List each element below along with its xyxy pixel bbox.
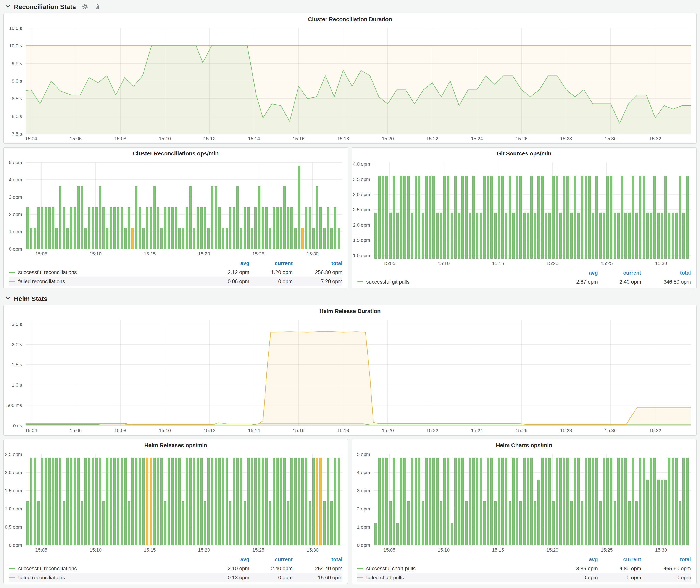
chart-helm-release-duration[interactable]: 15:0415:0615:0815:1015:1215:1415:1615:18… (4, 317, 696, 435)
legend-row: failed chart pulls0 opm0 opm0 opm (357, 573, 691, 582)
y-axis-tick-label: 2.5 s (12, 321, 22, 327)
legend-sort-current[interactable]: current (598, 556, 641, 562)
x-axis-tick-label: 15:10 (438, 547, 450, 553)
panel-legend: avgcurrenttotalsuccessful reconciliation… (4, 258, 348, 288)
series-successful-reconciliations (27, 458, 340, 545)
legend-row: successful chart pulls3.85 opm4.80 opm46… (357, 564, 691, 573)
legend-sort-total[interactable]: total (293, 556, 342, 562)
legend-sort-current[interactable]: current (249, 260, 293, 266)
x-axis-tick-label: 15:10 (159, 136, 171, 141)
x-axis-tick-label: 15:20 (382, 428, 394, 433)
legend-sort-avg[interactable]: avg (206, 556, 249, 562)
y-axis-tick-label: 4 opm (9, 177, 22, 183)
legend-series-mark (9, 272, 15, 273)
x-axis-tick-label: 15:05 (35, 547, 47, 553)
legend-series-name[interactable]: successful chart pulls (366, 565, 416, 571)
y-axis-tick-label: 8.5 s (12, 96, 22, 101)
x-axis-tick-label: 15:20 (546, 261, 558, 266)
legend-series-name[interactable]: successful reconciliations (18, 565, 77, 571)
y-axis-tick-label: 0 opm (9, 246, 22, 252)
legend-value-total: 256.80 opm (293, 269, 342, 275)
chart-git-sources-opm[interactable]: 15:0515:1015:1515:2015:2515:301.0 opm1.5… (352, 159, 696, 268)
x-axis-tick-label: 15:26 (516, 428, 527, 433)
legend-series-name[interactable]: failed reconciliations (18, 278, 65, 284)
y-axis-tick-label: 500 ms (6, 403, 22, 408)
legend-row: successful reconciliations2.10 opm2.40 o… (9, 564, 342, 573)
legend-sort-total[interactable]: total (641, 270, 691, 276)
legend-value-total: 7.20 opm (293, 278, 342, 284)
panel-title[interactable]: Cluster Reconciliation Duration (4, 13, 696, 25)
legend-sort-avg[interactable]: avg (555, 556, 598, 562)
chart-cluster-reconciliation-duration[interactable]: 15:0415:0615:0815:1015:1215:1415:1615:18… (4, 25, 696, 143)
legend-sort-avg[interactable]: avg (206, 260, 249, 266)
legend-value-total: 0 opm (641, 574, 691, 580)
y-axis-tick-label: 2 opm (357, 506, 370, 512)
y-axis-tick-label: 3 opm (9, 194, 22, 200)
section-header-helm-stats[interactable]: Helm Stats (3, 292, 697, 305)
legend-sort-total[interactable]: total (641, 556, 691, 562)
legend-value-avg: 3.85 opm (555, 565, 598, 571)
legend-value-avg: 0 opm (555, 574, 598, 580)
chart-cluster-reconciliations-opm[interactable]: 15:0515:1015:1515:2015:2515:300 opm1 opm… (4, 159, 348, 258)
legend-series-name[interactable]: failed chart pulls (366, 574, 404, 580)
x-axis-tick-label: 15:30 (605, 428, 617, 433)
legend-sort-avg[interactable]: avg (555, 270, 598, 276)
gear-icon[interactable] (82, 3, 89, 10)
y-axis-tick-label: 0 opm (357, 543, 370, 548)
x-axis-tick-label: 15:08 (114, 136, 126, 141)
x-axis-tick-label: 15:15 (144, 251, 156, 257)
legend-sort-current[interactable]: current (249, 556, 293, 562)
chart-helm-charts-opm[interactable]: 15:0515:1015:1515:2015:2515:300 opm1 opm… (352, 451, 696, 555)
legend-sort-current[interactable]: current (598, 270, 641, 276)
legend-value-current: 2.40 opm (598, 279, 641, 285)
x-axis-tick-label: 15:28 (560, 136, 572, 141)
legend-series-mark (9, 568, 15, 569)
series-helm-release-duration-yellow- (26, 331, 691, 426)
chart-helm-releases-opm[interactable]: 15:0515:1015:1515:2015:2515:300 opm0.5 o… (4, 451, 348, 555)
legend-series-mark (9, 281, 15, 282)
x-axis-tick-label: 15:30 (655, 261, 667, 266)
legend-value-avg: 0.06 opm (206, 278, 249, 284)
series-successful-reconciliations (27, 166, 340, 249)
x-axis-tick-label: 15:18 (337, 136, 349, 141)
panel-title[interactable]: Helm Releases ops/min (4, 439, 348, 451)
legend-sort-total[interactable]: total (293, 260, 342, 266)
panel-title[interactable]: Cluster Reconciliations ops/min (4, 148, 348, 159)
section-title[interactable]: Reconciliation Stats (14, 3, 76, 10)
legend-value-total: 254.40 opm (293, 565, 342, 571)
x-axis-tick-label: 15:20 (546, 547, 558, 553)
legend-value-avg: 0.13 opm (206, 574, 249, 580)
section-header-reconciliation-stats[interactable]: Reconciliation Stats (3, 0, 697, 13)
x-axis-tick-label: 15:14 (248, 136, 260, 141)
x-axis-tick-label: 15:25 (601, 261, 613, 266)
chevron-down-icon (5, 4, 10, 9)
section-title[interactable]: Helm Stats (14, 295, 47, 302)
x-axis-tick-label: 15:15 (492, 261, 504, 266)
series-successful-git-pulls (375, 176, 688, 258)
y-axis-tick-label: 1.5 opm (353, 237, 370, 243)
panel-title[interactable]: Git Sources ops/min (352, 148, 696, 159)
legend-series-name[interactable]: successful reconciliations (18, 269, 77, 275)
legend-series-name[interactable]: failed reconciliations (18, 574, 65, 580)
x-axis-tick-label: 15:25 (601, 547, 613, 553)
x-axis-tick-label: 15:30 (307, 251, 319, 257)
legend-series-name[interactable]: successful git pulls (366, 279, 410, 285)
trash-icon[interactable] (95, 3, 101, 10)
x-axis-tick-label: 15:24 (471, 136, 483, 141)
x-axis-tick-label: 15:20 (382, 136, 394, 141)
x-axis-tick-label: 15:20 (198, 251, 210, 257)
y-axis-tick-label: 0.5 opm (5, 524, 22, 530)
legend-value-current: 1.20 opm (249, 269, 293, 275)
y-axis-tick-label: 10.5 s (9, 26, 22, 31)
x-axis-tick-label: 15:10 (90, 547, 102, 553)
panel-title[interactable]: Helm Charts ops/min (352, 439, 696, 451)
x-axis-tick-label: 15:16 (293, 428, 305, 433)
x-axis-tick-label: 15:10 (438, 261, 450, 266)
y-axis-tick-label: 1.0 s (12, 382, 22, 388)
y-axis-tick-label: 3 opm (357, 488, 370, 493)
panel-title[interactable]: Helm Release Duration (4, 305, 696, 317)
y-axis-tick-label: 3.0 opm (353, 192, 370, 197)
y-axis-tick-label: 2.0 s (12, 342, 22, 347)
y-axis-tick-label: 2 opm (9, 212, 22, 217)
y-axis-tick-label: 1.5 s (12, 362, 22, 367)
